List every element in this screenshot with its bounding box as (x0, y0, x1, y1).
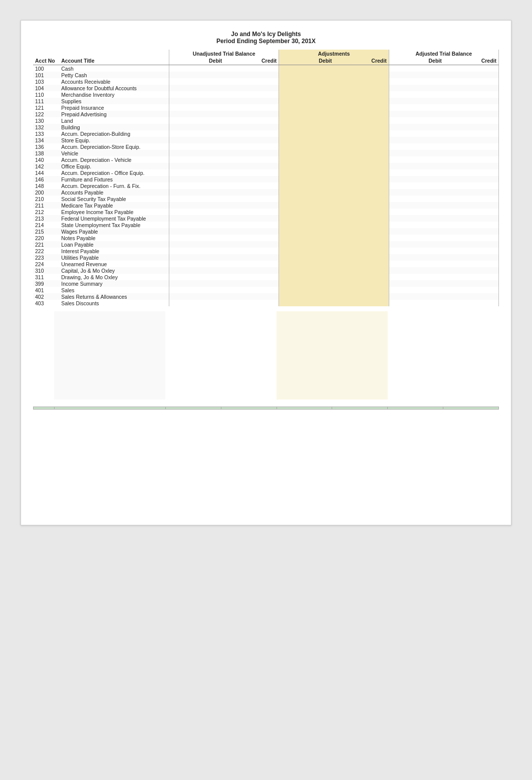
unadj-debit-cell (169, 248, 224, 254)
adj-credit-cell (334, 300, 389, 306)
adjbal-debit-cell (389, 169, 444, 176)
worksheet-table: Unadjusted Trial Balance Adjustments Adj… (33, 50, 499, 306)
table-row: 215 Wages Payable (33, 228, 499, 235)
acct-title-cell: Accum. Depreciation-Store Equip. (59, 143, 169, 150)
adjbal-credit-cell (444, 241, 499, 248)
unadj-credit-cell (224, 287, 279, 293)
adjbal-debit-cell (389, 111, 444, 117)
adjbal-debit-cell (389, 137, 444, 143)
adjbal-credit-cell (444, 72, 499, 78)
adjbal-debit-cell (389, 176, 444, 182)
acct-title-cell: Interest Payable (59, 248, 169, 254)
unadj-debit-cell (169, 85, 224, 91)
adj-credit-cell (334, 156, 389, 163)
adj-debit-cell (279, 117, 334, 124)
acct-title-cell: Capital, Jo & Mo Oxley (59, 267, 169, 274)
adj-credit-cell (334, 98, 389, 104)
acct-title-cell: Supplies (59, 98, 169, 104)
table-row: 402 Sales Returns & Allowances (33, 293, 499, 300)
adj-credit-cell (334, 189, 389, 196)
unadjusted-header: Unadjusted Trial Balance (169, 50, 279, 57)
acct-no-cell: 224 (33, 261, 59, 267)
unadj-credit-cell (224, 156, 279, 163)
adjustments-header: Adjustments (279, 50, 389, 57)
adj-debit-cell (279, 248, 334, 254)
table-row: 223 Utilities Payable (33, 254, 499, 261)
unadj-debit-cell (169, 124, 224, 130)
unadj-debit-cell (169, 196, 224, 202)
table-row: 211 Medicare Tax Payable (33, 202, 499, 209)
adjbal-credit-cell (444, 156, 499, 163)
unadj-credit-cell (224, 293, 279, 300)
table-row: 111 Supplies (33, 98, 499, 104)
adj-credit-cell (334, 104, 389, 111)
table-row (33, 315, 499, 319)
acct-no-cell: 311 (33, 274, 59, 280)
acct-no-label: Acct No (33, 57, 59, 65)
adjbal-debit-cell (389, 235, 444, 241)
unadj-debit-cell (169, 156, 224, 163)
unadj-debit-cell (169, 163, 224, 169)
unadj-debit-cell (169, 209, 224, 215)
adj-credit-cell (334, 241, 389, 248)
unadj-debit-cell (169, 280, 224, 287)
acct-no-cell: 223 (33, 254, 59, 261)
table-row: 130 Land (33, 117, 499, 124)
adjbal-credit-cell (444, 222, 499, 228)
adj-credit-cell (334, 176, 389, 182)
table-row (33, 335, 499, 339)
adj-debit-cell (279, 72, 334, 78)
adj-credit-cell (334, 169, 389, 176)
unadj-credit-cell (224, 137, 279, 143)
acct-no-cell: 210 (33, 196, 59, 202)
adjbal-credit-cell (444, 215, 499, 222)
adjbal-credit-cell (444, 274, 499, 280)
section-header-row: Unadjusted Trial Balance Adjustments Adj… (33, 50, 499, 57)
adjbal-debit-cell (389, 150, 444, 156)
adjbal-debit-label: Debit (389, 57, 444, 65)
adjbal-debit-cell (389, 293, 444, 300)
unadj-debit-cell (169, 241, 224, 248)
adjbal-debit-cell (389, 300, 444, 306)
acct-no-cell: 403 (33, 300, 59, 306)
adj-credit-cell (334, 163, 389, 169)
unadj-credit-cell (224, 176, 279, 182)
table-row (33, 327, 499, 331)
unadj-debit-cell (169, 117, 224, 124)
acct-title-cell: Vehicle (59, 150, 169, 156)
adj-credit-cell (334, 137, 389, 143)
acct-title-cell: Sales (59, 287, 169, 293)
adj-credit-cell (334, 228, 389, 235)
adjbal-debit-cell (389, 130, 444, 137)
acct-no-cell: 103 (33, 78, 59, 85)
adjbal-debit-cell (389, 228, 444, 235)
adj-debit-cell (279, 189, 334, 196)
unadj-debit-cell (169, 202, 224, 209)
table-row (33, 355, 499, 359)
table-row: 142 Office Equip. (33, 163, 499, 169)
adjbal-credit-cell (444, 228, 499, 235)
adj-debit-cell (279, 78, 334, 85)
acct-no-cell: 214 (33, 222, 59, 228)
acct-no-cell: 138 (33, 150, 59, 156)
adjbal-debit-cell (389, 163, 444, 169)
acct-title-cell: Merchandise Inventory (59, 91, 169, 98)
adj-debit-cell (279, 202, 334, 209)
acct-title-cell: State Unemployment Tax Payable (59, 222, 169, 228)
unadj-debit-cell (169, 91, 224, 98)
adj-debit-cell (279, 261, 334, 267)
acct-title-cell: Sales Returns & Allowances (59, 293, 169, 300)
acct-title-cell: Utilities Payable (59, 254, 169, 261)
acct-title-cell: Prepaid Advertising (59, 111, 169, 117)
adjbal-debit-cell (389, 209, 444, 215)
unadj-debit-cell (169, 300, 224, 306)
unadj-debit-cell (169, 235, 224, 241)
unadj-credit-cell (224, 85, 279, 91)
adjbal-debit-cell (389, 274, 444, 280)
unadj-credit-cell (224, 215, 279, 222)
table-row: 103 Accounts Receivable (33, 78, 499, 85)
adj-debit-cell (279, 143, 334, 150)
acct-no-cell: 146 (33, 176, 59, 182)
unadj-debit-cell (169, 98, 224, 104)
unadj-credit-cell (224, 300, 279, 306)
